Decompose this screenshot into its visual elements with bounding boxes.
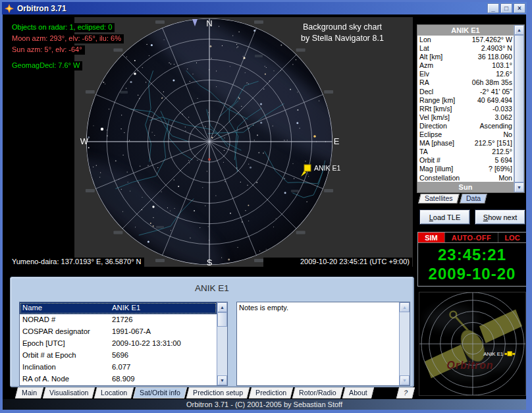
client-area: N W E S ANIK E1 Objects on radar: 1, ecl… [3,14,526,410]
compass-west-label: W [80,136,89,146]
sim-mode-indicator[interactable]: SIM [418,233,444,242]
sat-data-row[interactable]: Orbit #5 694 [417,156,514,165]
geomag-decl-text: GeomagDecl: 7.6° W [12,61,82,70]
scrollbar[interactable]: ▲ ▼ [399,302,410,385]
compass-east-label: E [334,136,340,146]
bright-star [313,135,316,138]
bright-star [134,72,136,75]
sat-data-row[interactable]: RRt [km/s]-0.033 [417,105,514,113]
sat-data-row[interactable]: RA06h 38m 35s [417,78,514,87]
show-next-button[interactable]: Show next [475,209,525,225]
observer-location-text: Yumeno-daira: 137.0193° E, 36.5870° N [12,258,144,267]
sat-data-row[interactable]: Vel [km/s]3.062 [417,113,514,122]
scroll-down-button[interactable]: ▼ [217,375,227,385]
titlebar[interactable]: Orbitron 3.71 _ □ × [2,2,527,14]
sat-data-row[interactable]: Lat2.4903° N [417,44,514,53]
compass-north-label: N [206,18,212,28]
satellite-group-header[interactable]: ANIK E1 [417,25,514,36]
minimize-button[interactable]: _ [487,3,499,13]
sat-data-row[interactable]: Alt [km]36 118.060 [417,53,514,61]
auto-off-indicator[interactable]: AUTO-OFF [444,233,498,242]
orbit-info-row[interactable]: Orbit # at Epoch5696 [20,350,217,362]
compass-south-label: S [207,258,213,267]
sat-data-row[interactable]: MA [phase]212.5° [151] [417,139,514,148]
sat-data-row[interactable]: Lon157.4262° W [417,36,514,44]
orbit-info-row[interactable]: Epoch [UTC]2009-10-22 13:31:00 [20,338,217,350]
orbit-info-row[interactable]: NameANIK E1 [20,302,217,314]
planet-dot [208,158,211,161]
sat-data-row[interactable]: Azm103.1° [417,61,514,70]
app-icon [5,4,14,13]
satellite-marker-label: ANIK E1 [314,164,340,172]
tab-visualisation[interactable]: Visualisation [43,387,95,399]
tab-main[interactable]: Main [15,387,43,399]
sat-data-row[interactable]: ConstellationMon [417,174,514,182]
scrollbar[interactable]: ▲ ▼ [217,302,227,385]
sat-data-row[interactable]: TA212.5° [417,148,514,156]
moon-status-text: Moon azm: 293°, elv: -65°, ilu: 6% [12,34,124,43]
scroll-up-button[interactable]: ▲ [400,302,410,312]
radar-satellite-marker: ANIK E1 [483,351,515,357]
orbit-info-row[interactable]: COSPAR designator1991-067-A [20,326,217,338]
tab-prediction-setup[interactable]: Prediction setup [186,387,250,399]
sky-chart[interactable]: N W E S ANIK E1 [74,17,413,267]
scroll-up-button[interactable]: ▲ [217,302,227,312]
sat-data-row[interactable]: Decl-2° 41' 05" [417,88,514,96]
radar-marker-label: ANIK E1 [483,351,503,357]
sat-data-row[interactable]: EclipseNo [417,130,514,139]
clock-panel: SIM AUTO-OFF LOC 23:45:21 2009-10-20 [417,232,526,287]
sat-data-row[interactable]: DirectionAscending [417,122,514,130]
tab-prediction[interactable]: Prediction [249,387,293,399]
bright-star [243,57,245,59]
satellite-list: ANIK E1 Lon157.4262° WLat2.4903° NAlt [k… [417,24,525,193]
bright-star [101,128,103,130]
clock-time: 23:45:21 [418,244,526,265]
satellite-group-sun[interactable]: Sun [417,182,514,192]
tab-rotor-radio[interactable]: Rotor/Radio [292,387,343,399]
info-panel-title: ANIK E1 [11,283,413,293]
main-tab-bar: MainVisualisationLocationSat/Orbit infoP… [16,387,372,399]
scroll-up-button[interactable]: ▲ [514,25,524,35]
load-tle-button[interactable]: Load TLE [419,209,470,225]
maximize-button[interactable]: □ [500,3,512,13]
objects-on-radar-text: Objects on radar: 1, eclipsed: 0 [12,23,115,32]
radar-watermark: Orbitron [447,360,494,372]
tab-help[interactable]: ? [396,387,415,399]
satellite-panel-tabs: SatellitesData [419,194,486,204]
notes-text: Notes is empty. [239,304,398,312]
notes-box[interactable]: Notes is empty. ▲ ▼ [236,302,410,386]
radar-display: Orbitron ANIK E1 [419,292,526,396]
app-window: Orbitron 3.71 _ □ × [0,0,532,413]
orbit-info-row[interactable]: Inclination6.077 [20,362,217,373]
clock-date: 2009-10-20 [418,265,526,283]
window-title: Orbitron 3.71 [17,4,487,13]
tab-location[interactable]: Location [94,387,134,399]
sat-data-row[interactable]: Mag [illum]? [69%] [417,165,514,173]
orbit-info-row[interactable]: NORAD #21726 [20,314,217,326]
tab-sat-orbit-info[interactable]: Sat/Orbit info [133,387,187,399]
scroll-thumb[interactable] [217,312,227,327]
azimuth-elevation-grid [86,18,332,265]
data-tab[interactable]: Data [460,194,487,204]
sat-orbit-info-panel: ANIK E1 NameANIK E1NORAD #21726COSPAR de… [10,277,414,387]
tab-about[interactable]: About [342,387,374,399]
scroll-thumb[interactable] [514,35,524,182]
scroll-down-button[interactable]: ▼ [514,182,524,192]
sky-chart-credit: Background sky chart by Stella Navigator… [273,22,412,44]
sat-data-row[interactable]: Range [km]40 649.494 [417,96,514,105]
sun-status-text: Sun azm: 5°, elv: -64° [12,45,85,55]
loc-time-indicator[interactable]: LOC [498,233,526,242]
status-bar: Orbitron 3.71 - (C) 2001-2005 by Sebasti… [3,399,526,410]
orbit-info-listbox[interactable]: NameANIK E1NORAD #21726COSPAR designator… [19,302,228,386]
satellites-tab[interactable]: Satellites [418,194,459,204]
close-button[interactable]: × [514,3,525,13]
orbit-info-row[interactable]: RA of A. Node68.909 [20,373,217,385]
scroll-down-button[interactable]: ▼ [400,375,410,385]
bright-star [152,206,154,207]
satellite-data-rows: Lon157.4262° WLat2.4903° NAlt [km]36 118… [417,36,514,182]
chart-datetime-text: 2009-10-20 23:45:21 (UTC +9:00) [263,258,412,267]
scrollbar[interactable]: ▲ ▼ [514,25,524,192]
sat-data-row[interactable]: Elv12.6° [417,70,514,78]
